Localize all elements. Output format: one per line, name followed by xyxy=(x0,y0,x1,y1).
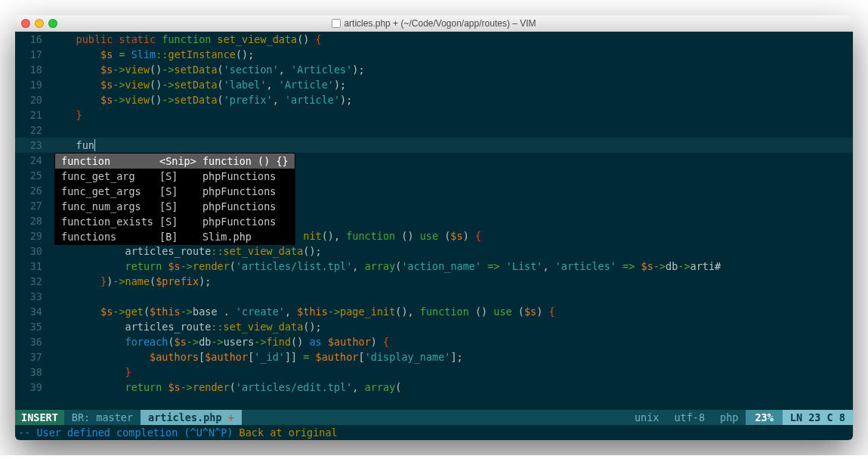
line-number: 21 xyxy=(15,107,51,123)
code-line[interactable]: 39 return $s->render('articles/edit.tpl'… xyxy=(15,380,853,395)
code-content[interactable]: foreach($s->db->users->find() as $author… xyxy=(51,334,853,349)
code-content[interactable]: $s = Slim::getInstance(); xyxy=(51,47,853,62)
completion-warning: Back at original xyxy=(239,426,338,439)
zoom-button[interactable] xyxy=(48,19,57,28)
code-line[interactable]: 18 $s->view()->setData('section', 'Artic… xyxy=(15,62,853,77)
code-line[interactable]: 31 return $s->render('articles/list.tpl'… xyxy=(15,259,853,274)
code-content[interactable]: fun xyxy=(51,138,853,153)
line-number: 22 xyxy=(15,123,51,138)
line-number: 28 xyxy=(15,213,51,228)
line-number: 31 xyxy=(15,259,51,274)
window-title: articles.php + (~/Code/Vogon/app/routes)… xyxy=(15,18,853,29)
code-line[interactable]: 19 $s->view()->setData('label', 'Article… xyxy=(15,77,853,92)
code-content[interactable]: $s->view()->setData('section', 'Articles… xyxy=(51,62,853,77)
command-line: -- User defined completion (^U^N^P) Back… xyxy=(15,425,853,440)
code-line[interactable]: 33 xyxy=(15,289,853,304)
code-content[interactable]: return $s->render('articles/edit.tpl', a… xyxy=(51,380,853,395)
fileformat: unix xyxy=(627,410,667,425)
line-number: 19 xyxy=(15,77,51,92)
completion-item[interactable]: function_exists [S] phpFunctions xyxy=(55,214,295,229)
modified-flag: + xyxy=(228,411,234,423)
code-content[interactable]: })->name($prefix); xyxy=(51,274,853,289)
statusline: INSERT BR: master articles.php + unix ut… xyxy=(15,410,853,425)
code-line[interactable]: 30 articles_route::set_view_data(); xyxy=(15,243,853,259)
completion-item[interactable]: func_get_arg [S] phpFunctions xyxy=(55,169,295,184)
code-content[interactable]: articles_route::set_view_data(); xyxy=(51,319,853,334)
code-content[interactable]: $authors[$author['_id']] = $author['disp… xyxy=(51,349,853,364)
filetype: php xyxy=(712,410,746,425)
git-branch: BR: master xyxy=(64,410,141,425)
completion-item[interactable]: function <Snip> function () {} xyxy=(55,154,295,169)
code-content[interactable]: } xyxy=(51,107,853,123)
line-number: 36 xyxy=(15,334,51,349)
mode-indicator: INSERT xyxy=(15,410,64,425)
code-content[interactable]: public static function set_view_data() { xyxy=(51,32,853,47)
code-content[interactable] xyxy=(51,123,853,138)
code-line[interactable]: 22 xyxy=(15,123,853,138)
line-number: 34 xyxy=(15,304,51,319)
encoding: utf-8 xyxy=(666,410,712,425)
line-number: 39 xyxy=(15,380,51,395)
code-content[interactable]: articles_route::set_view_data(); xyxy=(51,243,853,259)
line-number: 23 xyxy=(15,138,51,153)
code-content[interactable]: $s->get($this->base . 'create', $this->p… xyxy=(51,304,853,319)
code-line[interactable]: 37 $authors[$author['_id']] = $author['d… xyxy=(15,349,853,364)
line-number: 26 xyxy=(15,183,51,198)
line-number: 32 xyxy=(15,274,51,289)
code-line[interactable]: 36 foreach($s->db->users->find() as $aut… xyxy=(15,334,853,349)
code-line[interactable]: 32 })->name($prefix); xyxy=(15,274,853,289)
code-line[interactable]: 23 fun xyxy=(15,138,853,153)
line-number: 30 xyxy=(15,243,51,259)
line-col: LN 23 C 8 xyxy=(783,410,853,425)
line-number: 24 xyxy=(15,153,51,168)
titlebar[interactable]: articles.php + (~/Code/Vogon/app/routes)… xyxy=(15,15,853,32)
line-number: 37 xyxy=(15,349,51,364)
line-number: 17 xyxy=(15,47,51,62)
completion-message: -- User defined completion (^U^N^P) xyxy=(18,426,239,439)
line-number: 20 xyxy=(15,92,51,107)
code-content[interactable]: $s->view()->setData('label', 'Article'); xyxy=(51,77,853,92)
line-number: 16 xyxy=(15,32,51,47)
completion-item[interactable]: func_get_args [S] phpFunctions xyxy=(55,184,295,199)
code-line[interactable]: 16 public static function set_view_data(… xyxy=(15,32,853,47)
cursor xyxy=(94,139,95,151)
completion-item[interactable]: functions [B] Slim.php xyxy=(55,229,295,244)
code-line[interactable]: 20 $s->view()->setData('prefix', 'articl… xyxy=(15,92,853,107)
percent: 23% xyxy=(746,410,782,425)
completion-item[interactable]: func_num_args [S] phpFunctions xyxy=(55,199,295,214)
statusline-spacer xyxy=(242,410,627,425)
code-content[interactable]: } xyxy=(51,364,853,380)
terminal-window: articles.php + (~/Code/Vogon/app/routes)… xyxy=(15,15,853,440)
code-content[interactable]: return $s->render('articles/list.tpl', a… xyxy=(51,259,853,274)
code-line[interactable]: 17 $s = Slim::getInstance(); xyxy=(15,47,853,62)
code-content[interactable] xyxy=(51,289,853,304)
line-number: 18 xyxy=(15,62,51,77)
code-line[interactable]: 21 } xyxy=(15,107,853,123)
editor-area[interactable]: 16 public static function set_view_data(… xyxy=(15,32,853,410)
line-number: 27 xyxy=(15,198,51,213)
filename-segment: articles.php + xyxy=(141,410,242,425)
document-icon xyxy=(332,19,341,28)
line-number: 25 xyxy=(15,168,51,183)
close-button[interactable] xyxy=(21,19,30,28)
code-line[interactable]: 35 articles_route::set_view_data(); xyxy=(15,319,853,334)
line-number: 35 xyxy=(15,319,51,334)
code-content[interactable]: $s->view()->setData('prefix', 'article')… xyxy=(51,92,853,107)
code-line[interactable]: 34 $s->get($this->base . 'create', $this… xyxy=(15,304,853,319)
minimize-button[interactable] xyxy=(35,19,44,28)
line-number: 33 xyxy=(15,289,51,304)
filename: articles.php xyxy=(148,411,222,423)
line-number: 29 xyxy=(15,228,51,243)
completion-popup[interactable]: function <Snip> function () {}func_get_a… xyxy=(54,153,295,245)
line-number: 38 xyxy=(15,364,51,380)
code-line[interactable]: 38 } xyxy=(15,364,853,380)
